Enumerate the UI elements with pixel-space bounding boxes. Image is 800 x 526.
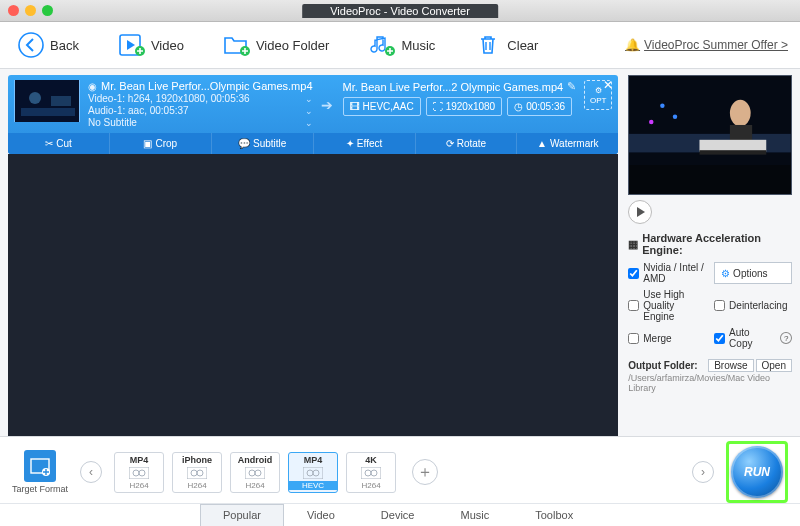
radio-icon: ◉: [88, 81, 97, 92]
merge-checkbox[interactable]: Merge: [628, 327, 706, 349]
hwa-options-button[interactable]: ⚙Options: [714, 262, 792, 284]
add-video-folder-label: Video Folder: [256, 38, 329, 53]
target-format-button[interactable]: Target Format: [12, 450, 68, 494]
clear-label: Clear: [507, 38, 538, 53]
cut-button[interactable]: ✂Cut: [8, 133, 109, 154]
back-button[interactable]: Back: [12, 28, 85, 62]
hq-checkbox[interactable]: Use High Quality Engine: [628, 289, 706, 322]
output-codec: HEVC,AAC: [363, 101, 414, 112]
clear-button[interactable]: Clear: [469, 28, 544, 62]
rotate-button[interactable]: ⟳Rotate: [415, 133, 517, 154]
svg-point-17: [649, 120, 653, 124]
folder-icon: [224, 32, 250, 58]
chevron-icon[interactable]: ⌄: [305, 118, 313, 128]
tab-popular[interactable]: Popular: [200, 504, 284, 526]
titlebar: VideoProc - Video Converter: [0, 0, 800, 22]
output-duration-box: ◷00:05:36: [507, 97, 572, 116]
chevron-icon[interactable]: ⌄: [305, 106, 313, 116]
preset-mp4-hevc[interactable]: MP4HEVC: [288, 452, 338, 493]
svg-point-11: [730, 100, 751, 127]
preset-codec: H264: [361, 481, 380, 490]
clip-tool-row: ✂Cut ▣Crop 💬Subtitle ✦Effect ⟳Rotate ▲Wa…: [8, 133, 618, 154]
subtitle-icon: 💬: [238, 138, 250, 149]
tab-video[interactable]: Video: [284, 504, 358, 526]
film-icon: [303, 467, 323, 479]
preset-codec: H264: [129, 481, 148, 490]
output-folder-row: Output Folder: Browse Open: [628, 359, 792, 372]
svg-point-34: [371, 470, 377, 476]
nvidia-checkbox[interactable]: Nvidia / Intel / AMD: [628, 262, 706, 284]
tab-toolbox[interactable]: Toolbox: [512, 504, 596, 526]
preset-title: MP4: [130, 455, 149, 465]
preset-4k-h264[interactable]: 4KH264: [346, 452, 396, 493]
add-music-button[interactable]: Music: [363, 28, 441, 62]
preset-mp4-h264[interactable]: MP4H264: [114, 452, 164, 493]
tab-music[interactable]: Music: [437, 504, 512, 526]
summer-offer-link[interactable]: 🔔 VideoProc Summer Offer >: [625, 38, 788, 52]
film-icon: [129, 467, 149, 479]
run-highlight: RUN: [726, 441, 788, 503]
output-codec-box[interactable]: 🎞HEVC,AAC: [343, 97, 421, 116]
category-tabs: PopularVideoDeviceMusicToolbox: [0, 503, 800, 526]
presets-prev-button[interactable]: ‹: [80, 461, 102, 483]
crop-button[interactable]: ▣Crop: [109, 133, 211, 154]
rotate-icon: ⟳: [446, 138, 454, 149]
gear-icon: ⚙: [721, 268, 730, 279]
preset-title: iPhone: [182, 455, 212, 465]
edit-name-icon[interactable]: ✎: [567, 80, 576, 93]
output-resolution-box[interactable]: ⛶1920x1080: [426, 97, 503, 116]
effect-button[interactable]: ✦Effect: [313, 133, 415, 154]
deinterlacing-checkbox[interactable]: Deinterlacing: [714, 289, 792, 322]
output-resolution: 1920x1080: [446, 101, 496, 112]
presets-next-button[interactable]: ›: [692, 461, 714, 483]
queue-item[interactable]: ✕ ◉Mr. Bean Live Perfor...Olympic Games.…: [8, 75, 618, 154]
preset-android-h264[interactable]: AndroidH264: [230, 452, 280, 493]
open-button[interactable]: Open: [756, 359, 792, 372]
svg-point-7: [29, 92, 41, 104]
queue-panel: ✕ ◉Mr. Bean Live Perfor...Olympic Games.…: [0, 69, 624, 436]
watermark-button[interactable]: ▲Watermark: [516, 133, 618, 154]
chevron-icon[interactable]: ⌄: [305, 94, 313, 104]
svg-rect-13: [700, 140, 767, 152]
svg-point-16: [673, 115, 677, 119]
arrow-icon: ➔: [321, 97, 335, 113]
film-icon: [245, 467, 265, 479]
svg-rect-14: [700, 150, 767, 154]
film-icon: 🎞: [350, 101, 360, 112]
run-button[interactable]: RUN: [731, 446, 783, 498]
film-icon: [361, 467, 381, 479]
main-toolbar: Back Video Video Folder Music Clear 🔔 Vi…: [0, 22, 800, 69]
preset-iphone-h264[interactable]: iPhoneH264: [172, 452, 222, 493]
zoom-window-button[interactable]: [42, 5, 53, 16]
input-thumbnail: [14, 80, 80, 122]
add-video-button[interactable]: Video: [113, 28, 190, 62]
preset-title: MP4: [304, 455, 323, 465]
remove-item-button[interactable]: ✕: [603, 78, 613, 92]
browse-button[interactable]: Browse: [708, 359, 753, 372]
preset-codec: H264: [187, 481, 206, 490]
output-folder-label: Output Folder:: [628, 360, 697, 371]
subtitle-button[interactable]: 💬Subtitle: [211, 133, 313, 154]
svg-point-24: [191, 470, 197, 476]
autocopy-checkbox[interactable]: Auto Copy?: [714, 327, 792, 349]
help-icon[interactable]: ?: [780, 332, 792, 344]
gear-icon: ⚙: [595, 86, 602, 95]
main-area: ✕ ◉Mr. Bean Live Perfor...Olympic Games.…: [0, 69, 800, 436]
minimize-window-button[interactable]: [25, 5, 36, 16]
film-icon: [187, 467, 207, 479]
target-format-label: Target Format: [12, 484, 68, 494]
queue-empty-area: [8, 154, 618, 436]
svg-point-21: [133, 470, 139, 476]
play-button[interactable]: [628, 200, 652, 224]
audio-info: Audio-1: aac, 00:05:37: [88, 105, 189, 116]
add-video-folder-button[interactable]: Video Folder: [218, 28, 335, 62]
window-controls: [8, 5, 53, 16]
video-info: Video-1: h264, 1920x1080, 00:05:36: [88, 93, 250, 104]
svg-point-31: [313, 470, 319, 476]
close-window-button[interactable]: [8, 5, 19, 16]
window-title: VideoProc - Video Converter: [302, 4, 498, 18]
bell-icon: 🔔: [625, 38, 640, 52]
tab-device[interactable]: Device: [358, 504, 438, 526]
add-preset-button[interactable]: ＋: [412, 459, 438, 485]
svg-point-0: [19, 33, 43, 57]
